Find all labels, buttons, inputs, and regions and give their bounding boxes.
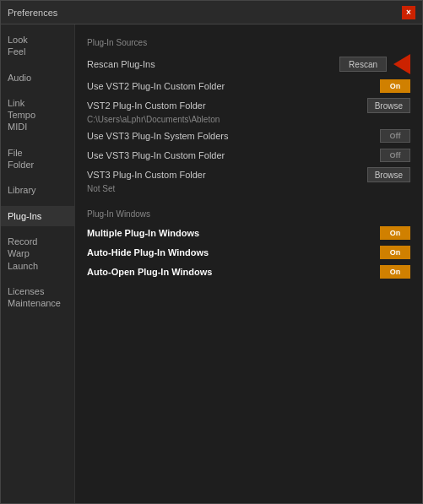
arrow-indicator xyxy=(393,54,410,74)
vst2-browse-button[interactable]: Browse xyxy=(367,98,410,113)
use-vst3-system-toggle[interactable]: Off xyxy=(380,129,410,143)
auto-open-label: Auto-Open Plug-In Windows xyxy=(87,267,380,277)
multiple-windows-toggle[interactable]: On xyxy=(380,226,410,240)
multiple-windows-row: Multiple Plug-In Windows On xyxy=(87,225,410,241)
title-bar: Preferences × xyxy=(1,1,422,24)
use-vst2-custom-label: Use VST2 Plug-In Custom Folder xyxy=(87,81,380,91)
auto-open-row: Auto-Open Plug-In Windows On xyxy=(87,264,410,279)
preferences-window: Preferences × Look Feel Audio Link Tempo… xyxy=(0,0,423,504)
sidebar-item-licenses[interactable]: Licenses Maintenance xyxy=(1,281,74,314)
window-title: Preferences xyxy=(8,8,57,18)
use-vst3-system-row: Use VST3 Plug-In System Folders Off xyxy=(87,128,410,144)
sidebar-item-file[interactable]: File Folder xyxy=(1,143,74,176)
sidebar: Look Feel Audio Link Tempo MIDI File Fol… xyxy=(1,24,75,503)
sidebar-item-record[interactable]: Record Warp Launch xyxy=(1,231,74,276)
rescan-label: Rescan Plug-Ins xyxy=(87,59,339,69)
sidebar-item-look[interactable]: Look Feel xyxy=(1,30,74,62)
rescan-row: Rescan Plug-Ins Rescan xyxy=(87,54,410,74)
auto-open-toggle[interactable]: On xyxy=(380,265,410,279)
sidebar-item-library[interactable]: Library xyxy=(1,180,74,200)
rescan-button[interactable]: Rescan xyxy=(339,57,387,72)
vst3-folder-label: VST3 Plug-In Custom Folder xyxy=(87,170,367,180)
use-vst2-custom-toggle[interactable]: On xyxy=(380,79,410,93)
content-area: Look Feel Audio Link Tempo MIDI File Fol… xyxy=(1,24,422,503)
vst3-folder-value: Not Set xyxy=(87,184,410,193)
use-vst3-custom-toggle[interactable]: Off xyxy=(380,149,410,162)
sidebar-item-link[interactable]: Link Tempo MIDI xyxy=(1,93,74,138)
auto-hide-row: Auto-Hide Plug-In Windows On xyxy=(87,245,410,260)
use-vst3-custom-label: Use VST3 Plug-In Custom Folder xyxy=(87,150,380,160)
vst2-folder-row: VST2 Plug-In Custom Folder Browse xyxy=(87,98,410,113)
main-content: Plug-In Sources Rescan Plug-Ins Rescan U… xyxy=(75,24,422,503)
vst2-folder-label: VST2 Plug-In Custom Folder xyxy=(87,100,367,111)
vst2-folder-value: C:\Users\aLphr\Documents\Ableton xyxy=(87,115,410,124)
vst3-browse-button[interactable]: Browse xyxy=(367,167,410,182)
plugin-sources-title: Plug-In Sources xyxy=(87,38,410,47)
sidebar-item-audio[interactable]: Audio xyxy=(1,68,74,88)
auto-hide-label: Auto-Hide Plug-In Windows xyxy=(87,247,380,257)
rescan-controls: Rescan xyxy=(339,54,410,74)
plugin-windows-title: Plug-In Windows xyxy=(87,209,410,219)
use-vst3-custom-row: Use VST3 Plug-In Custom Folder Off xyxy=(87,148,410,163)
sidebar-item-plugins[interactable]: Plug-Ins xyxy=(1,206,74,226)
auto-hide-toggle[interactable]: On xyxy=(380,246,410,259)
vst3-folder-row: VST3 Plug-In Custom Folder Browse xyxy=(87,167,410,182)
multiple-windows-label: Multiple Plug-In Windows xyxy=(87,228,380,238)
use-vst3-system-label: Use VST3 Plug-In System Folders xyxy=(87,131,380,141)
use-vst2-custom-row: Use VST2 Plug-In Custom Folder On xyxy=(87,79,410,94)
close-button[interactable]: × xyxy=(402,6,415,19)
